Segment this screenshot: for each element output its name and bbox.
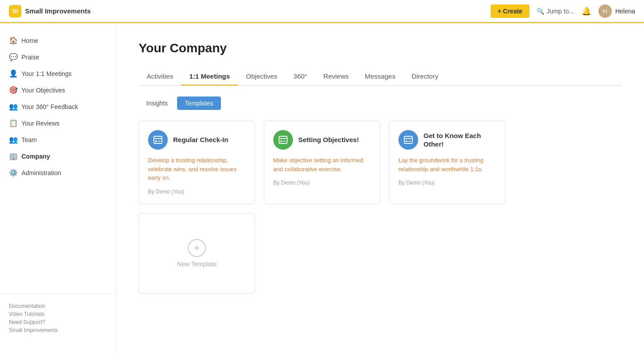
- sidebar-item-label: Team: [21, 136, 37, 143]
- sidebar: 🏠Home💬Praise👤Your 1:1 Meetings🎯Your Obje…: [0, 23, 116, 353]
- meetings-icon: 👤: [9, 69, 17, 78]
- footer-link-documentation[interactable]: Documentation: [9, 303, 107, 309]
- topnav-right: + Create 🔍 Jump to... 🔔 H Helena: [491, 4, 636, 18]
- sidebar-item-label: Your 360° Feedback: [21, 103, 78, 110]
- sidebar-item-label: Your Reviews: [21, 120, 59, 127]
- tab-reviews[interactable]: Reviews: [315, 68, 357, 86]
- home-icon: 🏠: [9, 36, 17, 45]
- card-description: Develop a trusting relationship, celebra…: [148, 156, 246, 182]
- template-card-get-to-know[interactable]: Get to Know Each Other! Lay the groundwo…: [389, 121, 505, 204]
- avatar: H: [598, 4, 612, 18]
- tab-meetings[interactable]: 1:1 Meetings: [181, 68, 238, 86]
- template-card-regular-checkin[interactable]: Regular Check-In Develop a trusting rela…: [139, 121, 255, 204]
- plus-icon: +: [188, 239, 206, 257]
- notifications-icon[interactable]: 🔔: [581, 6, 591, 16]
- jump-to-label: Jump to...: [547, 8, 574, 15]
- card-header: Get to Know Each Other!: [398, 130, 496, 150]
- sidebar-item-praise[interactable]: 💬Praise: [0, 49, 116, 65]
- footer-link-small-improvements[interactable]: Small Improvements: [9, 327, 107, 333]
- sidebar-item-reviews[interactable]: 📋Your Reviews: [0, 115, 116, 131]
- team-icon: 👥: [9, 135, 17, 144]
- card-author: By Demo (You): [148, 189, 246, 195]
- logo-badge: Si: [9, 5, 21, 17]
- create-button[interactable]: + Create: [491, 4, 530, 18]
- footer-link-need-support?[interactable]: Need Support?: [9, 319, 107, 325]
- new-template-card[interactable]: + New Template: [139, 213, 255, 294]
- new-template-label: New Template: [177, 261, 216, 268]
- tab-directory[interactable]: Directory: [403, 68, 446, 86]
- card-author: By Demo (You): [273, 180, 371, 186]
- card-title: Get to Know Each Other!: [424, 131, 496, 149]
- topnav: Si Small Improvements + Create 🔍 Jump to…: [0, 0, 644, 23]
- sidebar-item-objectives[interactable]: 🎯Your Objectives: [0, 82, 116, 98]
- layout: 🏠Home💬Praise👤Your 1:1 Meetings🎯Your Obje…: [0, 23, 644, 353]
- footer-link-video-tutorials[interactable]: Video Tutorials: [9, 311, 107, 317]
- sidebar-footer: DocumentationVideo TutorialsNeed Support…: [0, 294, 116, 344]
- search-icon: 🔍: [537, 8, 544, 15]
- tab-messages[interactable]: Messages: [357, 68, 403, 86]
- svg-rect-4: [279, 136, 287, 143]
- feedback-icon: 👥: [9, 102, 17, 111]
- svg-point-6: [280, 140, 282, 142]
- sidebar-item-admin[interactable]: ⚙️Administration: [0, 164, 116, 181]
- subtab-templates[interactable]: Templates: [177, 97, 221, 110]
- card-icon: [273, 130, 293, 150]
- cards-grid: Regular Check-In Develop a trusting rela…: [139, 121, 622, 294]
- reviews-icon: 📋: [9, 119, 17, 127]
- card-title: Regular Check-In: [173, 135, 228, 144]
- svg-rect-0: [154, 136, 162, 143]
- objectives-icon: 🎯: [9, 86, 17, 94]
- page-title: Your Company: [139, 41, 622, 55]
- template-card-setting-objectives[interactable]: Setting Objectives! Make objective setti…: [264, 121, 380, 204]
- app-name: Small Improvements: [25, 7, 91, 15]
- sidebar-item-label: Your Objectives: [21, 87, 65, 94]
- subtabs-row: InsightsTemplates: [139, 97, 622, 110]
- card-icon: [148, 130, 168, 150]
- sidebar-item-label: Administration: [21, 169, 61, 176]
- praise-icon: 💬: [9, 53, 17, 61]
- sidebar-item-label: Praise: [21, 54, 39, 61]
- company-icon: 🏢: [9, 152, 17, 160]
- subtab-insights[interactable]: Insights: [139, 97, 175, 110]
- sidebar-item-label: Home: [21, 37, 38, 44]
- card-header: Setting Objectives!: [273, 130, 371, 150]
- sidebar-item-label: Your 1:1 Meetings: [21, 70, 72, 77]
- tab-objectives[interactable]: Objectives: [238, 68, 285, 86]
- user-name: Helena: [615, 8, 635, 15]
- sidebar-item-label: Company: [21, 153, 50, 160]
- sidebar-nav: 🏠Home💬Praise👤Your 1:1 Meetings🎯Your Obje…: [0, 32, 116, 294]
- sidebar-item-company[interactable]: 🏢Company: [0, 148, 116, 164]
- svg-point-2: [155, 140, 157, 142]
- tab-activities[interactable]: Activities: [139, 68, 181, 86]
- jump-to[interactable]: 🔍 Jump to...: [537, 8, 574, 15]
- card-description: Make objective setting an informed and c…: [273, 156, 371, 173]
- svg-point-10: [406, 140, 407, 142]
- card-author: By Demo (You): [398, 180, 496, 186]
- admin-icon: ⚙️: [9, 168, 17, 177]
- main-content: Your Company Activities1:1 MeetingsObjec…: [116, 23, 644, 353]
- main-tabs: Activities1:1 MeetingsObjectives360°Revi…: [139, 68, 622, 86]
- app-logo[interactable]: Si Small Improvements: [9, 5, 91, 17]
- sidebar-item-feedback[interactable]: 👥Your 360° Feedback: [0, 98, 116, 115]
- card-icon: [398, 130, 418, 150]
- sidebar-item-meetings[interactable]: 👤Your 1:1 Meetings: [0, 65, 116, 82]
- sidebar-item-home[interactable]: 🏠Home: [0, 32, 116, 49]
- card-title: Setting Objectives!: [298, 135, 359, 144]
- svg-rect-8: [404, 136, 412, 143]
- user-menu[interactable]: H Helena: [598, 4, 635, 18]
- card-description: Lay the groundwork for a trusting relati…: [398, 156, 496, 173]
- tab-360[interactable]: 360°: [285, 68, 315, 86]
- card-header: Regular Check-In: [148, 130, 246, 150]
- sidebar-item-team[interactable]: 👥Team: [0, 131, 116, 148]
